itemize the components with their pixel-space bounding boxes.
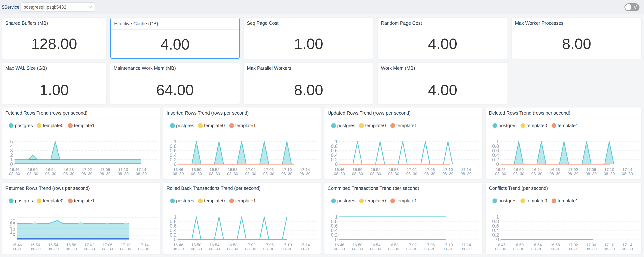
svg-text:17:10: 17:10 — [282, 167, 292, 172]
svg-text:08–30: 08–30 — [227, 172, 238, 176]
svg-text:17:06: 17:06 — [264, 243, 274, 247]
svg-text:17:14: 17:14 — [300, 243, 310, 247]
svg-text:08–30: 08–30 — [191, 247, 202, 251]
svg-text:16:54: 16:54 — [371, 167, 380, 172]
svg-text:08–30: 08–30 — [300, 172, 310, 176]
svg-text:16:50: 16:50 — [192, 243, 202, 247]
svg-text:08–30: 08–30 — [282, 172, 292, 176]
svg-text:08–30: 08–30 — [263, 172, 274, 176]
svg-text:08–30: 08–30 — [568, 247, 578, 251]
svg-text:17:06: 17:06 — [264, 167, 274, 172]
svg-text:08–30: 08–30 — [334, 172, 345, 176]
svg-text:08–30: 08–30 — [424, 172, 435, 176]
svg-text:16:50: 16:50 — [28, 167, 38, 172]
svg-text:16:46: 16:46 — [173, 167, 183, 172]
svg-text:17:10: 17:10 — [443, 243, 453, 247]
svg-text:08–30: 08–30 — [388, 172, 399, 176]
svg-text:16:58: 16:58 — [66, 243, 76, 247]
svg-text:16:50: 16:50 — [30, 243, 40, 247]
svg-text:17:14: 17:14 — [461, 167, 471, 172]
svg-text:16:50: 16:50 — [352, 167, 362, 172]
svg-text:08–30: 08–30 — [406, 247, 417, 251]
svg-text:17:02: 17:02 — [84, 243, 94, 247]
svg-text:08–30: 08–30 — [495, 247, 506, 251]
svg-text:17:06: 17:06 — [586, 243, 596, 247]
svg-text:17:06: 17:06 — [425, 167, 435, 172]
svg-text:08–30: 08–30 — [209, 247, 220, 251]
svg-text:17:02: 17:02 — [407, 243, 417, 247]
svg-text:17:14: 17:14 — [139, 243, 149, 247]
svg-text:17:06: 17:06 — [586, 167, 596, 172]
svg-text:08–30: 08–30 — [282, 247, 292, 251]
svg-text:16:58: 16:58 — [389, 243, 398, 247]
svg-text:08–30: 08–30 — [191, 172, 202, 176]
svg-text:08–30: 08–30 — [173, 247, 184, 251]
svg-text:08–30: 08–30 — [406, 172, 417, 176]
svg-text:17:14: 17:14 — [136, 167, 146, 172]
svg-text:08–30: 08–30 — [334, 247, 345, 251]
svg-text:16:50: 16:50 — [514, 243, 524, 247]
svg-text:08–30: 08–30 — [388, 247, 399, 251]
svg-text:16:46: 16:46 — [496, 243, 506, 247]
svg-text:16:54: 16:54 — [210, 243, 220, 247]
svg-text:08–30: 08–30 — [549, 247, 560, 251]
svg-text:17:02: 17:02 — [407, 167, 417, 172]
svg-text:08–30: 08–30 — [622, 172, 633, 176]
svg-text:08–30: 08–30 — [100, 172, 110, 176]
svg-text:08–30: 08–30 — [531, 172, 542, 176]
svg-text:08–30: 08–30 — [227, 247, 238, 251]
svg-text:08–30: 08–30 — [66, 247, 76, 251]
svg-text:17:02: 17:02 — [568, 243, 578, 247]
svg-text:08–30: 08–30 — [48, 247, 58, 251]
svg-text:08–30: 08–30 — [495, 172, 506, 176]
svg-text:08–30: 08–30 — [352, 172, 363, 176]
svg-text:16:58: 16:58 — [389, 167, 398, 172]
svg-text:17:14: 17:14 — [622, 243, 632, 247]
svg-text:17:10: 17:10 — [118, 167, 128, 172]
svg-text:08–30: 08–30 — [604, 172, 615, 176]
svg-text:17:10: 17:10 — [443, 167, 453, 172]
svg-text:17:02: 17:02 — [82, 167, 92, 172]
svg-text:08–30: 08–30 — [622, 247, 633, 251]
svg-text:1: 1 — [496, 139, 499, 144]
svg-text:16:46: 16:46 — [12, 243, 22, 247]
svg-text:16:54: 16:54 — [532, 243, 542, 247]
svg-text:16:54: 16:54 — [48, 243, 58, 247]
svg-text:08–30: 08–30 — [460, 172, 472, 176]
svg-text:08–30: 08–30 — [586, 172, 596, 176]
svg-text:1: 1 — [496, 214, 499, 220]
svg-text:08–30: 08–30 — [604, 247, 615, 251]
svg-text:1: 1 — [174, 139, 176, 144]
svg-text:08–30: 08–30 — [245, 247, 256, 251]
svg-text:17:14: 17:14 — [300, 167, 310, 172]
svg-text:08–30: 08–30 — [531, 247, 542, 251]
svg-text:1: 1 — [174, 214, 176, 220]
svg-text:08–30: 08–30 — [102, 247, 113, 251]
svg-text:08–30: 08–30 — [442, 172, 454, 176]
svg-text:08–30: 08–30 — [30, 247, 40, 251]
svg-text:08–30: 08–30 — [27, 172, 38, 176]
svg-text:08–30: 08–30 — [120, 247, 131, 251]
svg-text:16:54: 16:54 — [210, 167, 220, 172]
svg-text:08–30: 08–30 — [352, 247, 363, 251]
svg-text:08–30: 08–30 — [568, 172, 578, 176]
svg-text:08–30: 08–30 — [12, 247, 22, 251]
svg-text:16:50: 16:50 — [352, 243, 362, 247]
svg-text:08–30: 08–30 — [370, 247, 381, 251]
svg-text:08–30: 08–30 — [513, 172, 524, 176]
svg-text:17:06: 17:06 — [425, 243, 435, 247]
svg-text:16:54: 16:54 — [46, 167, 56, 172]
svg-text:16:46: 16:46 — [173, 243, 183, 247]
svg-text:1: 1 — [335, 214, 338, 220]
svg-text:17:14: 17:14 — [622, 167, 632, 172]
svg-text:16:58: 16:58 — [550, 167, 560, 172]
svg-text:17:06: 17:06 — [100, 167, 110, 172]
svg-text:16:46: 16:46 — [10, 167, 20, 172]
svg-text:17:10: 17:10 — [604, 243, 614, 247]
svg-text:08–30: 08–30 — [209, 172, 220, 176]
svg-text:08–30: 08–30 — [82, 172, 92, 176]
svg-text:08–30: 08–30 — [513, 247, 524, 251]
svg-text:08–30: 08–30 — [136, 172, 147, 176]
svg-text:08–30: 08–30 — [245, 172, 256, 176]
svg-text:08–30: 08–30 — [118, 172, 128, 176]
